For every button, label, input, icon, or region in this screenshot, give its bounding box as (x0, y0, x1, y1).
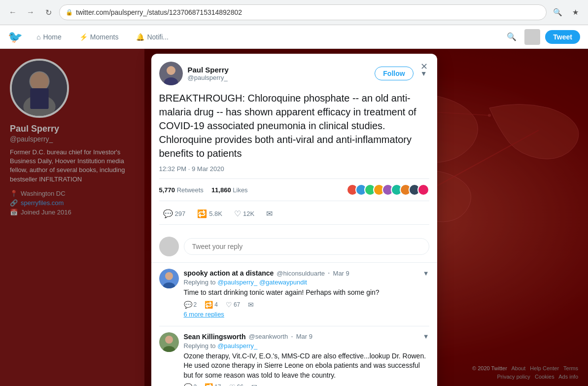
reply-item-2: Sean Killingsworth @seankworth · Mar 9 ▼… (159, 326, 429, 386)
reply-dm-btn-2[interactable]: ✉ (251, 383, 257, 386)
reply-like-btn-1[interactable]: ♡ 67 (226, 301, 240, 309)
heart-icon-2: ♡ (229, 383, 236, 386)
reply-content-1: spooky action at a distance @hiconsuldua… (184, 269, 429, 320)
reply-to-2: Replying to @paulsperry_ (184, 342, 429, 350)
reply-to-link-2[interactable]: @paulsperry_ (217, 342, 257, 350)
reply-dm-btn-1[interactable]: ✉ (248, 301, 254, 309)
reply-reply-btn-1[interactable]: 💬 2 (184, 301, 197, 309)
more-replies-link[interactable]: 6 more replies (184, 309, 429, 320)
reply-retweet-count-2: 17 (214, 384, 221, 386)
reply-name-1: spooky action at a distance (184, 269, 274, 277)
user-avatar-nav[interactable] (524, 29, 540, 45)
reply-to-1: Replying to @paulsperry_ @gatewaypundit (184, 279, 429, 286)
address-bar[interactable]: 🔒 (59, 4, 547, 20)
reply-reply-count-2: 2 (194, 384, 197, 386)
dm-icon-2: ✉ (251, 383, 257, 386)
search-icon-btn[interactable]: 🔍 (504, 29, 519, 45)
moments-label: Moments (90, 33, 119, 41)
reply-item: spooky action at a distance @hiconsuldua… (159, 263, 429, 326)
reply-content-2: Sean Killingsworth @seankworth · Mar 9 ▼… (184, 332, 429, 386)
moments-icon: ⚡ (79, 33, 88, 41)
url-input[interactable] (76, 8, 540, 16)
reply-retweet-btn-1[interactable]: 🔁 4 (205, 301, 218, 309)
reply-action-button[interactable]: 💬 297 (159, 207, 190, 220)
reply-like-btn-2[interactable]: ♡ 66 (229, 383, 243, 386)
reply-input-field[interactable] (184, 238, 429, 255)
reply-count: 297 (175, 210, 186, 217)
reply-date-2: Mar 9 (296, 333, 312, 340)
twitter-navbar: 🐦 ⌂ Home ⚡ Moments 🔔 Notifi... 🔍 Tweet (0, 25, 588, 49)
lock-icon: 🔒 (66, 9, 73, 16)
reply-actions-1: 💬 2 🔁 4 ♡ 67 (184, 301, 429, 309)
dm-action-button[interactable]: ✉ (262, 207, 277, 220)
reply-text-2: Ozone therapy, Vit.C-IV, E.O.'s, MMS-CD … (184, 351, 429, 381)
replies-section: spooky action at a distance @hiconsuldua… (151, 263, 437, 386)
follow-button[interactable]: Follow (375, 67, 413, 80)
tweet-modal: ✕ Paul Sperry @paulsperry_ Follow ▼ (151, 54, 437, 386)
tweet-stats: 5,770 Retweets 11,860 Likes (159, 178, 429, 201)
reply-retweet-btn-2[interactable]: 🔁 17 (205, 383, 221, 386)
reply-options-1[interactable]: ▼ (423, 270, 429, 277)
modal-overlay: ✕ Paul Sperry @paulsperry_ Follow ▼ (0, 49, 588, 386)
tweet-header: Paul Sperry @paulsperry_ Follow ▼ (151, 54, 437, 85)
bookmark-button[interactable]: ★ (568, 5, 582, 19)
reply-handle-2: @seankworth (249, 333, 288, 340)
search-button[interactable]: 🔍 (551, 5, 564, 19)
reply-reply-btn-2[interactable]: 💬 2 (184, 383, 197, 386)
reply-text-1: Time to start drinking tonic water again… (184, 288, 429, 298)
twitter-logo: 🐦 (8, 30, 23, 44)
mini-avatar-9 (417, 184, 429, 196)
reply-avatar-2 (159, 332, 179, 352)
nav-home[interactable]: ⌂ Home (33, 31, 66, 43)
tweet-user-info: Paul Sperry @paulsperry_ (188, 66, 370, 81)
home-icon: ⌂ (36, 33, 40, 41)
retweet-action-button[interactable]: 🔁 5.8K (193, 207, 226, 220)
reply-actions-2: 💬 2 🔁 17 ♡ 66 (184, 383, 429, 386)
reload-button[interactable]: ↻ (41, 5, 55, 19)
reply-like-count-1: 67 (234, 301, 240, 308)
comment-icon-1: 💬 (184, 301, 192, 309)
reply-handle-1: @hiconsulduarte (277, 270, 325, 277)
dm-icon: ✉ (266, 209, 273, 218)
page-background: Paul Sperry @paulsperry_ Former D.C. bur… (0, 49, 588, 386)
retweet-count-action: 5.8K (209, 210, 222, 217)
reply-header-1: spooky action at a distance @hiconsuldua… (184, 269, 429, 278)
heart-icon-1: ♡ (226, 301, 232, 309)
reply-header-2: Sean Killingsworth @seankworth · Mar 9 ▼ (184, 332, 429, 341)
tweet-text: BREAKTHROUGH: Chloroquine phosphate -- a… (159, 91, 429, 160)
retweet-stat: 5,770 Retweets (159, 186, 204, 194)
reply-user-avatar (159, 237, 179, 256)
reply-avatar-1 (159, 269, 179, 288)
retweet-icon-1: 🔁 (205, 301, 213, 309)
modal-close-button[interactable]: ✕ (417, 60, 431, 73)
reply-date-1: Mar 9 (333, 270, 349, 277)
tweet-author-avatar (159, 62, 183, 85)
svg-point-21 (165, 336, 173, 344)
tweet-button[interactable]: Tweet (545, 30, 580, 44)
like-action-button[interactable]: ♡ 12K (230, 207, 258, 220)
back-button[interactable]: ← (6, 5, 20, 19)
tweet-timestamp: 12:32 PM · 9 Mar 2020 (159, 165, 429, 173)
reply-name-2: Sean Killingsworth (184, 333, 246, 341)
likes-stat: 11,860 Likes (211, 186, 248, 194)
forward-button[interactable]: → (24, 5, 37, 19)
dm-icon-1: ✉ (248, 301, 254, 309)
reply-reply-count-1: 2 (194, 301, 197, 308)
reply-input-area (151, 231, 437, 263)
svg-point-18 (165, 272, 173, 280)
tweet-actions: 💬 297 🔁 5.8K ♡ 12K ✉ (159, 205, 429, 225)
reply-to-link-1b[interactable]: @gatewaypundit (259, 279, 307, 286)
nav-moments[interactable]: ⚡ Moments (75, 31, 123, 43)
comment-icon-2: 💬 (184, 383, 192, 386)
notifications-label: Notifi... (147, 33, 169, 41)
tweet-body: BREAKTHROUGH: Chloroquine phosphate -- a… (151, 85, 437, 231)
retweet-icon: 🔁 (197, 209, 207, 218)
tweet-username: @paulsperry_ (188, 74, 370, 81)
nav-notifications[interactable]: 🔔 Notifi... (132, 31, 173, 43)
retweet-icon-2: 🔁 (205, 383, 213, 386)
tweet-display-name: Paul Sperry (188, 66, 370, 74)
browser-chrome: ← → ↻ 🔒 🔍 ★ (0, 0, 588, 25)
reply-to-link-1a[interactable]: @paulsperry_ (217, 279, 257, 286)
reply-options-2[interactable]: ▼ (423, 333, 429, 340)
reply-like-count-2: 66 (237, 384, 243, 386)
